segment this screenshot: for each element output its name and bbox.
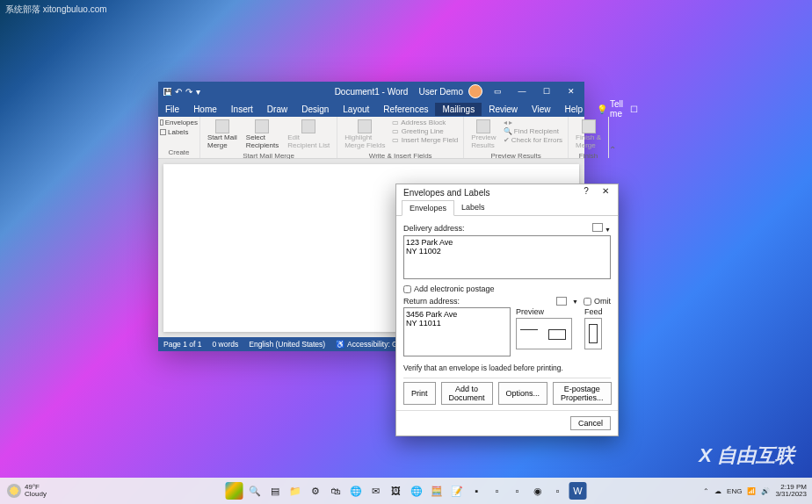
status-page[interactable]: Page 1 of 1 — [163, 340, 201, 349]
options-button[interactable]: Options... — [498, 382, 548, 405]
app-icon[interactable]: ▫ — [489, 482, 506, 500]
feed-label: Feed — [584, 307, 611, 316]
taskbar-center: 🔍 ▤ 📁 ⚙ 🛍 🌐 ✉ 🖼 🌐 🧮 📝 ▪ ▫ ▫ ◉ ▫ W — [226, 482, 587, 500]
dialog-close-button[interactable]: ✕ — [597, 186, 614, 198]
cancel-button[interactable]: Cancel — [570, 416, 611, 430]
settings-icon[interactable]: ⚙ — [307, 482, 324, 500]
mail-icon[interactable]: ✉ — [367, 482, 385, 500]
explorer-icon[interactable]: 📁 — [286, 482, 304, 500]
share-button[interactable]: ☐ — [623, 103, 645, 116]
find-recipient-button[interactable]: 🔍 Find Recipient — [502, 127, 564, 135]
record-nav[interactable]: ◂ ▸ — [502, 119, 564, 126]
tell-me[interactable]: 💡 Tell me — [597, 99, 623, 119]
edit-recipient-list-button[interactable]: Edit Recipient List — [284, 119, 333, 151]
dialog-help-button[interactable]: ? — [577, 186, 595, 198]
ribbon-mode-icon[interactable]: ▭ — [488, 83, 507, 99]
start-mail-merge-button[interactable]: Start Mail Merge — [204, 119, 241, 151]
tray-wifi-icon[interactable]: 📶 — [747, 487, 756, 495]
tab-view[interactable]: View — [525, 103, 558, 116]
return-address-label: Return address: — [403, 297, 460, 306]
start-button[interactable] — [226, 482, 243, 500]
tray-language[interactable]: ENG — [727, 487, 742, 495]
app3-icon[interactable]: ▫ — [549, 482, 567, 500]
browser-icon[interactable]: 🌐 — [408, 482, 425, 500]
save-icon[interactable]: 💾 — [163, 88, 171, 96]
omit-checkbox[interactable] — [584, 298, 591, 306]
taskbar: 49°F Cloudy 🔍 ▤ 📁 ⚙ 🛍 🌐 ✉ 🖼 🌐 🧮 📝 ▪ ▫ ▫ … — [0, 478, 812, 504]
address-book-icon[interactable] — [592, 223, 603, 232]
app2-icon[interactable]: ▫ — [509, 482, 526, 500]
delivery-address-input[interactable] — [403, 235, 611, 279]
delivery-dropdown-icon[interactable]: ▼ — [605, 227, 611, 233]
weather-cond: Cloudy — [25, 491, 47, 498]
tray-volume-icon[interactable]: 🔊 — [761, 487, 770, 495]
search-icon[interactable]: 🔍 — [246, 482, 264, 500]
tab-labels[interactable]: Labels — [454, 200, 492, 216]
ribbon: Envelopes Labels Create Start Mail Merge… — [158, 117, 584, 159]
chrome-icon[interactable]: ◉ — [529, 482, 547, 500]
check-errors-button[interactable]: ✔ Check for Errors — [502, 136, 564, 144]
envelopes-labels-dialog: Envelopes and Labels ? ✕ Envelopes Label… — [395, 184, 619, 436]
labels-button[interactable]: Labels — [160, 128, 198, 136]
tab-layout[interactable]: Layout — [336, 103, 376, 116]
finish-merge-button[interactable]: Finish & Merge — [572, 119, 605, 151]
return-address-input[interactable] — [403, 307, 511, 356]
word-taskbar-icon[interactable]: W — [569, 482, 587, 500]
ribbon-tabs: File Home Insert Draw Design Layout Refe… — [158, 101, 584, 117]
photos-icon[interactable]: 🖼 — [388, 482, 405, 500]
watermark-caption: 系统部落 xitongbuluo.com — [5, 4, 107, 16]
store-icon[interactable]: 🛍 — [327, 482, 344, 500]
collapse-ribbon-icon[interactable]: ⌃ — [609, 117, 616, 158]
qat-dropdown-icon[interactable]: ▾ — [196, 87, 200, 97]
preview-label: Preview — [516, 307, 579, 316]
highlight-merge-fields-button[interactable]: Highlight Merge Fields — [341, 119, 388, 151]
weather-icon — [7, 484, 21, 498]
edge-icon[interactable]: 🌐 — [347, 482, 365, 500]
status-language[interactable]: English (United States) — [249, 340, 325, 349]
envelopes-button[interactable]: Envelopes — [160, 119, 198, 126]
tab-home[interactable]: Home — [186, 103, 224, 116]
epostage-properties-button[interactable]: E-postage Properties... — [553, 382, 612, 405]
window-title: Document1 - Word — [335, 87, 409, 97]
tab-design[interactable]: Design — [294, 103, 336, 116]
select-recipients-button[interactable]: Select Recipients — [243, 119, 282, 151]
tray-clock[interactable]: 2:19 PM 3/31/2023 — [775, 484, 807, 498]
tab-references[interactable]: References — [376, 103, 435, 116]
taskbar-weather[interactable]: 49°F Cloudy — [0, 484, 54, 498]
feed-preview[interactable] — [584, 318, 602, 349]
tray-onedrive-icon[interactable]: ☁ — [714, 487, 721, 495]
close-button[interactable]: ✕ — [562, 83, 581, 99]
redo-icon[interactable]: ↷ — [185, 87, 192, 97]
maximize-button[interactable]: ☐ — [537, 83, 556, 99]
print-button[interactable]: Print — [403, 382, 436, 405]
tray-chevron-icon[interactable]: ⌃ — [703, 487, 709, 495]
lightbulb-icon: 💡 — [597, 104, 607, 114]
terminal-icon[interactable]: ▪ — [468, 482, 486, 500]
avatar[interactable] — [468, 84, 482, 98]
add-to-document-button[interactable]: Add to Document — [441, 382, 493, 405]
tab-insert[interactable]: Insert — [224, 103, 260, 116]
address-block-button[interactable]: ▭ Address Block — [390, 119, 460, 126]
tab-file[interactable]: File — [158, 103, 186, 116]
task-view-icon[interactable]: ▤ — [266, 482, 284, 500]
add-electronic-postage-checkbox[interactable] — [403, 285, 411, 293]
insert-merge-field-button[interactable]: ▭ Insert Merge Field — [390, 136, 460, 144]
tab-help[interactable]: Help — [557, 103, 590, 116]
tab-mailings[interactable]: Mailings — [435, 103, 482, 116]
return-dropdown-icon[interactable]: ▼ — [572, 299, 578, 305]
calculator-icon[interactable]: 🧮 — [428, 482, 446, 500]
notepad-icon[interactable]: 📝 — [448, 482, 466, 500]
user-name[interactable]: User Demo — [418, 87, 463, 97]
dialog-title: Envelopes and Labels — [403, 188, 489, 198]
envelope-preview[interactable] — [516, 318, 572, 349]
undo-icon[interactable]: ↶ — [175, 87, 182, 97]
tab-review[interactable]: Review — [482, 103, 525, 116]
greeting-line-button[interactable]: ▭ Greeting Line — [390, 127, 460, 135]
return-address-book-icon[interactable] — [556, 297, 567, 306]
status-words[interactable]: 0 words — [212, 340, 238, 349]
minimize-button[interactable]: — — [512, 83, 532, 99]
word-titlebar: 💾 ↶ ↷ ▾ Document1 - Word User Demo ▭ — ☐… — [158, 82, 584, 101]
tab-draw[interactable]: Draw — [260, 103, 294, 116]
tab-envelopes[interactable]: Envelopes — [402, 200, 454, 216]
preview-results-button[interactable]: Preview Results — [468, 119, 499, 151]
